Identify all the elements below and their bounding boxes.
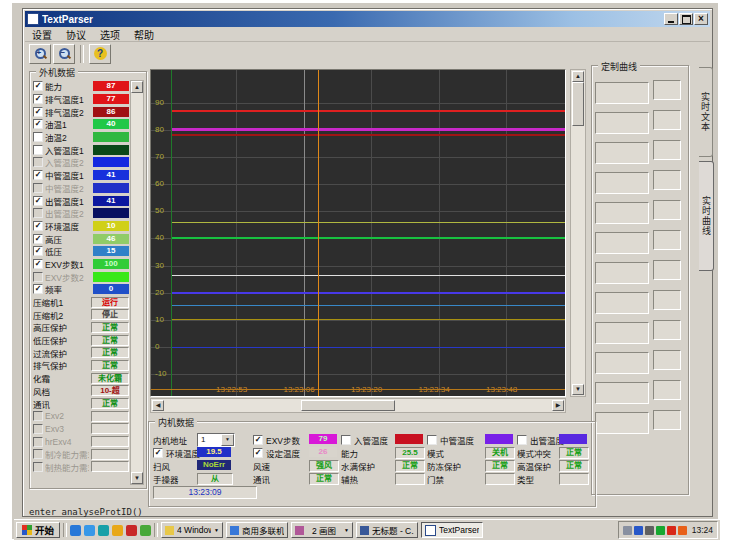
task-button[interactable]: 2 画图▼ — [291, 522, 353, 538]
task-button[interactable]: 商用多联机... — [226, 522, 288, 538]
checkbox[interactable] — [33, 132, 43, 142]
time-cursor-line[interactable] — [318, 70, 319, 396]
title-bar[interactable]: TextParser × — [25, 11, 710, 27]
checkbox[interactable]: ✓ — [253, 435, 263, 445]
menu-item-0[interactable]: 设置 — [25, 27, 59, 42]
curve-name-slot[interactable] — [595, 142, 649, 164]
zoom-in-button[interactable]: + — [29, 44, 51, 64]
scroll-up-icon[interactable]: ▲ — [131, 81, 143, 93]
curve-name-slot[interactable] — [595, 202, 649, 224]
checkbox[interactable]: ✓ — [33, 234, 43, 244]
close-button[interactable]: × — [694, 13, 708, 25]
clock[interactable]: 13:24 — [689, 525, 713, 535]
curve-value-slot[interactable] — [653, 350, 681, 370]
mail-icon[interactable] — [84, 525, 95, 536]
checkbox[interactable]: ✓ — [33, 94, 43, 104]
msn-icon[interactable] — [140, 525, 151, 536]
maximize-button[interactable] — [679, 13, 693, 25]
minimize-button[interactable] — [664, 13, 678, 25]
dropdown-arrow-icon[interactable]: ▼ — [214, 527, 219, 533]
checkbox[interactable] — [33, 411, 43, 421]
curve-value-slot[interactable] — [653, 140, 681, 160]
task-button[interactable]: 无标题 - C... — [356, 522, 418, 538]
lightning-icon[interactable] — [678, 526, 687, 535]
media-icon[interactable] — [112, 525, 123, 536]
dropdown-arrow-icon[interactable]: ▼ — [221, 434, 234, 446]
checkbox[interactable] — [33, 183, 43, 193]
help-icon[interactable] — [634, 526, 643, 535]
desktop-icon[interactable] — [98, 525, 109, 536]
hscroll-thumb[interactable] — [301, 400, 395, 411]
checkbox[interactable]: ✓ — [33, 246, 43, 256]
menu-item-1[interactable]: 协议 — [59, 27, 93, 42]
checkbox[interactable]: ✓ — [253, 448, 263, 458]
checkbox[interactable]: ✓ — [33, 81, 43, 91]
chart-plot[interactable]: 9080706050403020100-1013:22:5313:23:0613… — [150, 69, 566, 397]
start-button[interactable]: 开始 — [16, 522, 60, 538]
curve-name-slot[interactable] — [595, 262, 649, 284]
menu-item-3[interactable]: 帮助 — [127, 27, 161, 42]
checkbox[interactable] — [33, 462, 43, 472]
scroll-up-icon[interactable]: ▲ — [572, 71, 584, 82]
curve-value-slot[interactable] — [653, 410, 681, 430]
curve-value-slot[interactable] — [653, 110, 681, 130]
scroll-down-icon[interactable]: ▼ — [131, 472, 143, 484]
task-button[interactable]: TextParser — [421, 522, 483, 538]
scroll-down-icon[interactable]: ▼ — [572, 384, 584, 395]
tab-realtime-curve[interactable]: 实时曲线 — [699, 161, 714, 271]
checkbox[interactable]: ✓ — [33, 119, 43, 129]
checkbox[interactable] — [33, 424, 43, 434]
ie-icon[interactable] — [70, 525, 81, 536]
curve-value-slot[interactable] — [653, 380, 681, 400]
curve-value-slot[interactable] — [653, 230, 681, 250]
checkbox[interactable]: ✓ — [33, 196, 43, 206]
checkbox[interactable]: ✓ — [33, 170, 43, 180]
task-button[interactable]: 4 Windows ...▼ — [161, 522, 223, 538]
curve-name-slot[interactable] — [595, 412, 649, 434]
checkbox[interactable] — [33, 157, 43, 167]
tab-realtime-text[interactable]: 实时文本 — [699, 67, 713, 157]
checkbox[interactable] — [33, 449, 43, 459]
zoom-out-button[interactable]: − — [53, 44, 75, 64]
checkbox[interactable] — [33, 272, 43, 282]
curve-value-slot[interactable] — [653, 260, 681, 280]
curve-name-slot[interactable] — [595, 292, 649, 314]
checkbox[interactable] — [33, 208, 43, 218]
scroll-right-icon[interactable]: ▶ — [552, 400, 564, 411]
printer-icon[interactable] — [623, 526, 632, 535]
checkbox[interactable] — [33, 145, 43, 155]
menu-item-2[interactable]: 选项 — [93, 27, 127, 42]
help-button[interactable]: ? — [89, 44, 111, 64]
green-app-icon[interactable] — [656, 526, 665, 535]
checkbox[interactable] — [33, 437, 43, 447]
checkbox[interactable]: ✓ — [153, 448, 163, 458]
chart-hscrollbar[interactable]: ◀ ▶ — [150, 398, 566, 413]
curve-name-slot[interactable] — [595, 172, 649, 194]
curve-name-slot[interactable] — [595, 382, 649, 404]
checkbox[interactable] — [427, 435, 437, 445]
curve-value-slot[interactable] — [653, 170, 681, 190]
red-app-icon[interactable] — [667, 526, 676, 535]
curve-name-slot[interactable] — [595, 352, 649, 374]
checkbox[interactable]: ✓ — [33, 284, 43, 294]
curve-name-slot[interactable] — [595, 322, 649, 344]
dots-icon[interactable] — [645, 526, 654, 535]
curve-value-slot[interactable] — [653, 80, 681, 100]
curve-value-slot[interactable] — [653, 320, 681, 340]
curve-value-slot[interactable] — [653, 200, 681, 220]
chart-vscrollbar[interactable]: ▲ ▼ — [570, 69, 586, 397]
indoor-unit-select[interactable]: 1▼ — [197, 433, 235, 447]
sidebar-scrollbar[interactable]: ▲ ▼ — [130, 80, 144, 485]
curve-name-slot[interactable] — [595, 112, 649, 134]
curve-value-slot[interactable] — [653, 290, 681, 310]
curve-name-slot[interactable] — [595, 82, 649, 104]
checkbox[interactable]: ✓ — [33, 107, 43, 117]
vscroll-thumb[interactable] — [572, 82, 584, 126]
curve-name-slot[interactable] — [595, 232, 649, 254]
scroll-left-icon[interactable]: ◀ — [152, 400, 164, 411]
dropdown-arrow-icon[interactable]: ▼ — [344, 527, 349, 533]
checkbox[interactable] — [517, 435, 527, 445]
checkbox[interactable] — [341, 435, 351, 445]
checkbox[interactable]: ✓ — [33, 259, 43, 269]
key-icon[interactable] — [126, 525, 137, 536]
